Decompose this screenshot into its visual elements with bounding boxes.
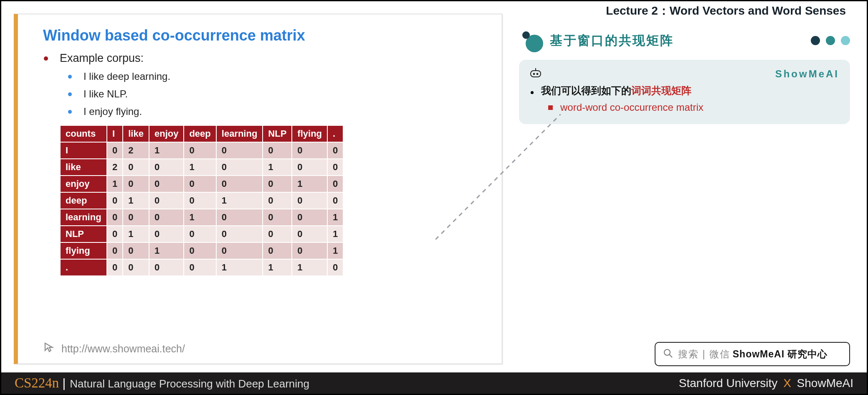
table-row: deep01001000 [60,192,343,209]
table-cell: 0 [327,192,343,209]
table-row-header: deep [60,192,107,209]
section-title: 基于窗口的共现矩阵 [550,32,674,49]
footer-right: Stanford University X ShowMeAI [679,377,853,390]
bullet-dot-icon [531,91,534,94]
table-cell: 0 [107,142,123,159]
lecture-title: Lecture 2：Word Vectors and Word Senses [519,3,846,19]
table-cell: 1 [327,209,343,226]
table-cell: 1 [216,259,263,276]
table-row-header: like [60,159,107,176]
table-cell: 1 [292,176,327,192]
table-row-header: I [60,142,107,159]
course-code: CS224n [15,375,59,391]
table-cell: 1 [216,192,263,209]
table-cell: 1 [123,192,149,209]
table-cell: 0 [292,159,327,176]
table-col-header: flying [292,125,327,142]
left-column: Window based co-occurrence matrix Exampl… [1,1,515,372]
note-text-highlight: 词词共现矩阵 [631,84,691,97]
svg-line-5 [669,354,672,357]
table-cell: 0 [216,176,263,192]
note-header: ShowMeAI [530,68,839,80]
slide-title: Window based co-occurrence matrix [43,27,489,44]
table-cell: 0 [327,159,343,176]
table-cell: 0 [107,209,123,226]
slide-box: Window based co-occurrence matrix Exampl… [14,14,502,364]
table-cell: 0 [292,142,327,159]
table-cell: 0 [216,159,263,176]
svg-point-4 [664,349,670,355]
table-cell: 0 [327,176,343,192]
table-cell: 0 [107,192,123,209]
table-cell: 0 [263,192,292,209]
table-col-header: . [327,125,343,142]
table-cell: 1 [263,259,292,276]
bullet-square-icon [548,105,553,110]
table-cell: 0 [123,242,149,259]
table-cell: 0 [216,226,263,242]
bullet-dot-icon [68,110,72,114]
svg-rect-0 [531,71,541,77]
table-cell: 1 [149,242,184,259]
svg-point-1 [534,74,535,75]
slide-footer: http://www.showmeai.tech/ [43,341,185,356]
right-column: Lecture 2：Word Vectors and Word Senses 基… [515,1,867,372]
footer-university: Stanford University [679,377,778,390]
table-row: NLP01000001 [60,226,343,242]
table-cell: 2 [107,159,123,176]
search-hint-label: 搜索 | 微信 [678,348,730,361]
note-line-1: 我们可以得到如下的 词词共现矩阵 [531,84,839,97]
example-sentence-1: I like deep learning. [68,71,489,82]
table-cell: 0 [184,259,216,276]
svg-point-2 [537,74,538,75]
table-col-header: deep [184,125,216,142]
table-cell: 0 [216,142,263,159]
table-cell: 0 [107,226,123,242]
note-line-2: word-word co-occurrence matrix [548,102,839,113]
bullet-dot-icon [44,56,48,61]
table-cell: 0 [107,242,123,259]
table-cell: 0 [123,259,149,276]
robot-icon [530,68,542,80]
table-cell: 1 [123,226,149,242]
table-cell: 2 [123,142,149,159]
separator-icon: | [62,376,66,390]
table-cell: 0 [149,226,184,242]
table-col-header: NLP [263,125,292,142]
table-cell: 0 [216,209,263,226]
table-cell: 0 [263,209,292,226]
footer-left: CS224n | Natural Language Processing wit… [15,375,309,391]
bullet-dot-icon [68,92,72,96]
table-row-header: learning [60,209,107,226]
table-col-header: enjoy [149,125,184,142]
table-cell: 0 [292,209,327,226]
table-cell: 0 [184,142,216,159]
table-cell: 1 [184,159,216,176]
table-row-header: enjoy [60,176,107,192]
table-cell: 0 [184,226,216,242]
slide-url: http://www.showmeai.tech/ [61,343,185,355]
content-area: Window based co-occurrence matrix Exampl… [1,1,867,372]
table-col-header: like [123,125,149,142]
table-row-header: flying [60,242,107,259]
table-row: .00001110 [60,259,343,276]
table-cell: 1 [327,226,343,242]
table-row: flying00100001 [60,242,343,259]
table-row-header: NLP [60,226,107,242]
search-brand-label: ShowMeAI 研究中心 [733,348,828,361]
table-row-header: . [60,259,107,276]
table-cell: 0 [263,142,292,159]
table-cell: 0 [292,226,327,242]
table-cell: 0 [123,176,149,192]
table-cell: 0 [184,242,216,259]
search-hint-box[interactable]: 搜索 | 微信 ShowMeAI 研究中心 [655,342,850,366]
table-cell: 1 [149,142,184,159]
table-cell: 0 [263,226,292,242]
example-text: I like deep learning. [84,71,170,82]
table-cell: 0 [149,159,184,176]
page: Window based co-occurrence matrix Exampl… [0,0,868,395]
bullet-example-corpus: Example corpus: [44,52,489,65]
example-sentence-3: I enjoy flying. [68,106,489,117]
table-col-header: I [107,125,123,142]
table-cell: 0 [292,192,327,209]
